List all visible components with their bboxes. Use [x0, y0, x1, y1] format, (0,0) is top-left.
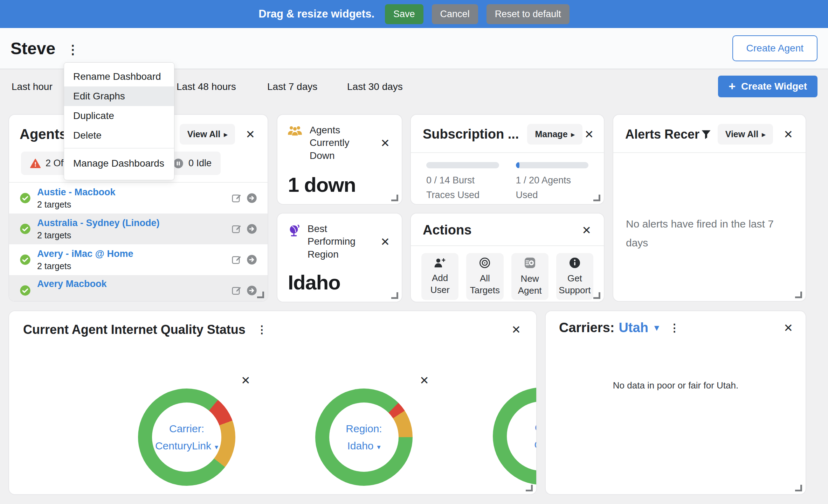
resize-handle[interactable] [593, 292, 600, 299]
progress-fill [516, 162, 519, 168]
menu-item-manage-dashboards[interactable]: Manage Dashboards [64, 151, 174, 176]
usage-burst-traces: 0 / 14 Burst Traces Used [426, 162, 499, 203]
alerts-view-all-button[interactable]: View All ▸ [718, 124, 773, 145]
agents-widget-title: Agents [20, 126, 67, 142]
agent-targets: 2 targets [37, 200, 116, 210]
carriers-widget: Carriers: Utah ▼ ⋮ ✕ No data in poor or … [545, 310, 806, 495]
agents-view-all-button[interactable]: View All ▸ [180, 124, 235, 145]
save-button[interactable]: Save [385, 4, 423, 24]
agents-close-icon[interactable]: ✕ [243, 128, 257, 140]
carrier-selector[interactable]: Carrier: CenturyLink▾ [138, 388, 235, 486]
edit-agent-icon[interactable] [231, 285, 242, 296]
best-region-close-icon[interactable]: ✕ [378, 236, 392, 248]
edit-agent-icon[interactable] [231, 193, 242, 203]
agent-name-link[interactable]: Avery Macbook [37, 279, 107, 289]
subscription-widget: Subscription ... Manage ▸ ✕ 0 / 14 Burst… [410, 114, 605, 205]
caret-down-icon: ▾ [377, 443, 381, 451]
online-check-icon [20, 254, 31, 265]
subscription-manage-button[interactable]: Manage ▸ [527, 124, 582, 145]
carriers-region-selector[interactable]: Utah ▼ [619, 320, 661, 335]
donut-label-line1: Carrier: [169, 420, 204, 438]
idle-badge-label: 0 Idle [188, 158, 212, 169]
edit-agent-icon[interactable] [231, 254, 242, 265]
agent-name-link[interactable]: Austie - Macbook [37, 187, 116, 198]
edit-agent-icon[interactable] [231, 224, 242, 234]
go-to-agent-icon[interactable] [247, 285, 257, 296]
dashboard-dropdown-menu: Rename Dashboard Edit Graphs Duplicate D… [64, 62, 174, 180]
resize-handle[interactable] [391, 292, 398, 299]
tile-label: Add User [423, 272, 456, 296]
agents-down-close-icon[interactable]: ✕ [378, 137, 392, 149]
donut-close-icon[interactable]: ✕ [239, 373, 253, 387]
actions-close-icon[interactable]: ✕ [580, 224, 593, 236]
plus-icon: + [729, 82, 736, 91]
edit-mode-bar: Drag & resize widgets. Save Cancel Reset… [0, 0, 828, 28]
all-targets-button[interactable]: All Targets [466, 253, 503, 300]
tile-label: New Agent [513, 273, 546, 297]
resize-handle[interactable] [257, 292, 264, 298]
quality-status-widget: Current Agent Internet Quality Status ⋮ … [8, 310, 537, 495]
alerts-empty-message: No alerts have fired in the last 7 days [613, 153, 806, 252]
quality-kebab-icon[interactable]: ⋮ [255, 324, 269, 335]
pause-circle-icon [173, 158, 184, 169]
menu-item-rename-dashboard[interactable]: Rename Dashboard [64, 67, 174, 86]
region-idaho-donut-chart: Region: Idaho▾ [315, 388, 413, 486]
cancel-button[interactable]: Cancel [432, 4, 478, 24]
warning-triangle-icon [30, 159, 41, 168]
carriers-empty-message: No data in poor or fair for Utah. [546, 380, 806, 391]
dashboard-menu-kebab-icon[interactable]: ⋮ [64, 43, 81, 56]
tile-label: Get Support [558, 273, 591, 296]
go-to-agent-icon[interactable] [247, 193, 257, 203]
resize-handle[interactable] [391, 195, 398, 201]
carrier-selector[interactable]: Ca CA [493, 387, 537, 485]
carriers-title-prefix: Carriers: [559, 320, 614, 335]
resize-handle[interactable] [795, 485, 802, 491]
filter-funnel-icon [701, 130, 711, 139]
chevron-right-icon: ▸ [762, 130, 765, 139]
donut-close-icon[interactable]: ✕ [418, 373, 431, 387]
create-widget-button[interactable]: + Create Widget [718, 76, 817, 97]
agent-name-link[interactable]: Avery - iMac @ Home [37, 248, 133, 259]
tab-last-hour[interactable]: Last hour [12, 81, 53, 92]
agents-down-value: 1 down [277, 173, 402, 204]
resize-handle[interactable] [526, 485, 533, 491]
carriers-kebab-icon[interactable]: ⋮ [667, 322, 682, 334]
new-agent-button[interactable]: New Agent [511, 253, 548, 300]
donut-label-line1: Region: [346, 420, 382, 438]
menu-item-delete[interactable]: Delete [64, 126, 174, 145]
agent-row: Avery - iMac @ Home 2 targets [9, 244, 268, 275]
subscription-close-icon[interactable]: ✕ [582, 128, 596, 140]
alerts-widget: Alerts Recer View All ▸ ✕ No alerts have… [613, 114, 806, 302]
carriers-close-icon[interactable]: ✕ [781, 322, 795, 334]
tab-last-48-hours[interactable]: Last 48 hours [177, 81, 236, 92]
subscription-title: Subscription ... [423, 127, 519, 142]
reset-to-default-button[interactable]: Reset to default [487, 4, 570, 24]
tab-last-7-days[interactable]: Last 7 days [267, 81, 317, 92]
dashboard-page: Drag & resize widgets. Save Cancel Reset… [0, 0, 828, 504]
donut-label-line1: Ca [535, 419, 537, 436]
action-tiles: Add User All Targets New Agent Get Suppo… [411, 246, 604, 300]
donut-label-line2: CenturyLink▾ [155, 437, 218, 455]
create-agent-button[interactable]: Create Agent [732, 35, 817, 61]
best-region-title: Best Performing Region [308, 223, 364, 261]
alerts-close-icon[interactable]: ✕ [781, 128, 795, 140]
go-to-agent-icon[interactable] [247, 224, 257, 234]
region-selector[interactable]: Region: Idaho▾ [315, 388, 413, 486]
go-to-agent-icon[interactable] [247, 254, 257, 265]
actions-title: Actions [423, 223, 471, 238]
tab-last-30-days[interactable]: Last 30 days [347, 81, 403, 92]
agent-targets: 2 targets [37, 261, 133, 271]
agent-name-link[interactable]: Australia - Sydney (Linode) [37, 218, 160, 229]
resize-handle[interactable] [593, 195, 600, 201]
add-user-button[interactable]: Add User [421, 253, 458, 300]
agent-logo-icon [524, 257, 536, 270]
alerts-title: Alerts Recer [625, 127, 699, 142]
quality-title: Current Agent Internet Quality Status [23, 322, 246, 337]
get-support-button[interactable]: Get Support [556, 253, 593, 300]
donut-label-line2: Idaho▾ [347, 437, 380, 455]
resize-handle[interactable] [795, 292, 802, 298]
usage-label: 1 / 20 Agents Used [516, 173, 589, 203]
quality-close-icon[interactable]: ✕ [509, 324, 523, 336]
menu-item-duplicate[interactable]: Duplicate [64, 106, 174, 126]
menu-item-edit-graphs[interactable]: Edit Graphs [64, 86, 174, 106]
